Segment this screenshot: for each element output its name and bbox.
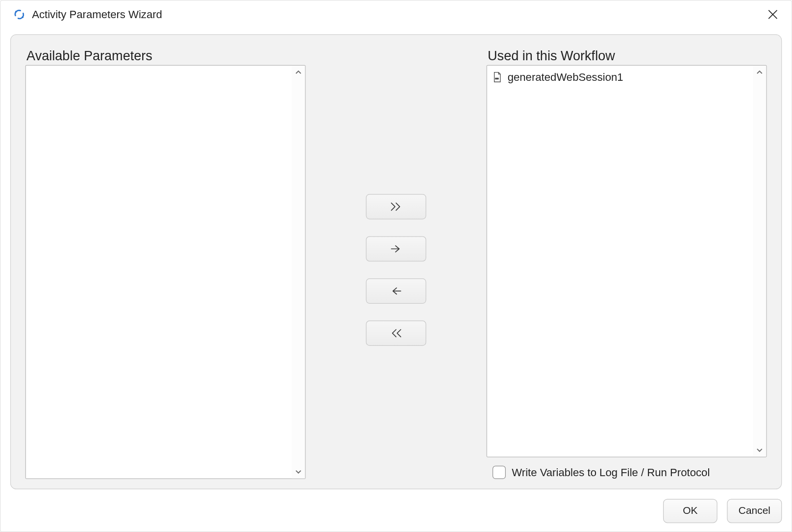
file-icon <box>492 72 503 82</box>
app-icon <box>13 8 26 21</box>
file-icon <box>492 72 503 82</box>
move-right-button[interactable] <box>366 236 426 262</box>
available-parameters-listbox[interactable] <box>25 65 306 479</box>
close-icon <box>768 10 778 20</box>
list-item[interactable]: generatedWebSession1 <box>490 69 751 85</box>
available-parameters-panel: Available Parameters <box>25 48 306 479</box>
available-scrollbar[interactable] <box>292 66 305 479</box>
used-workflow-listbox[interactable]: generatedWebSession1 <box>487 65 767 458</box>
write-log-checkbox-row: Write Variables to Log File / Run Protoc… <box>487 466 767 479</box>
transfer-buttons <box>306 48 487 479</box>
move-all-left-button[interactable] <box>366 320 426 346</box>
chevron-up-icon <box>756 69 763 76</box>
activity-parameters-wizard-dialog: Activity Parameters Wizard Available Par… <box>0 0 792 532</box>
move-all-right-button[interactable] <box>366 193 426 219</box>
scroll-up-button[interactable] <box>292 66 305 79</box>
arrow-left-icon <box>388 285 404 297</box>
double-arrow-right-icon <box>388 200 404 213</box>
ok-button[interactable]: OK <box>663 499 718 523</box>
ok-button-label: OK <box>683 505 697 517</box>
write-log-checkbox[interactable] <box>493 466 506 479</box>
content-frame: Available Parameters <box>10 34 782 489</box>
arrow-right-icon <box>388 242 404 255</box>
available-parameters-label: Available Parameters <box>25 48 306 64</box>
close-button[interactable] <box>759 2 787 26</box>
used-scrollbar[interactable] <box>753 66 766 457</box>
cancel-button-label: Cancel <box>739 505 770 517</box>
used-workflow-label: Used in this Workflow <box>487 48 767 64</box>
svg-point-0 <box>15 11 17 13</box>
chevron-down-icon <box>756 446 763 454</box>
chevron-up-icon <box>295 69 302 76</box>
dialog-button-bar: OK Cancel <box>0 494 792 532</box>
list-item-label: generatedWebSession1 <box>508 71 623 84</box>
scroll-down-button[interactable] <box>292 465 305 479</box>
used-workflow-panel: Used in this Workflow generatedWebSessio… <box>487 48 767 479</box>
scroll-up-button[interactable] <box>753 66 766 79</box>
move-left-button[interactable] <box>366 278 426 304</box>
write-log-checkbox-label: Write Variables to Log File / Run Protoc… <box>512 466 710 479</box>
svg-rect-6 <box>495 78 498 80</box>
chevron-down-icon <box>295 468 302 476</box>
cancel-button[interactable]: Cancel <box>727 499 782 523</box>
titlebar: Activity Parameters Wizard <box>0 0 792 28</box>
double-arrow-left-icon <box>388 327 404 339</box>
window-title: Activity Parameters Wizard <box>32 8 162 21</box>
scroll-down-button[interactable] <box>753 443 766 457</box>
svg-point-1 <box>22 16 24 18</box>
